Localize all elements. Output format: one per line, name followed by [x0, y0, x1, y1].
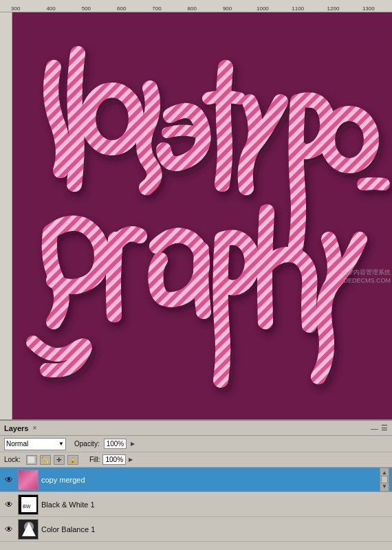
ruler-marks: 300 400 500 600 700 800 900 1000 1100 12… [0, 0, 392, 12]
watermark-line2: DEDECMS.COM [341, 276, 391, 285]
layers-close-button[interactable]: × [32, 424, 36, 432]
fill-arrow-icon[interactable]: ▶ [129, 456, 133, 463]
layer-thumbnail [18, 470, 39, 490]
layer-name-black-white: Black & White 1 [41, 500, 389, 509]
lock-all-icon: 🔒 [69, 456, 76, 463]
ruler-mark: 1000 [257, 6, 269, 12]
ruler-mark: 1300 [362, 6, 375, 12]
blend-mode-value: Normal [6, 440, 28, 448]
ruler-mark: 700 [152, 6, 161, 12]
scroll-thumb[interactable] [381, 476, 388, 483]
cb-thumb-svg [19, 519, 38, 540]
layers-title-right: — ☰ [371, 424, 388, 432]
layers-lock-row: Lock: ⬜ ✏️ ✛ 🔒 Fill: 100% ▶ [0, 452, 392, 468]
artwork-svg [12, 12, 392, 419]
bw-thumb-svg: BW [19, 494, 38, 515]
opacity-label: Opacity: [74, 440, 100, 448]
layer-thumbnail: BW [18, 494, 39, 515]
lock-position-icon: ✛ [56, 456, 62, 463]
layers-panel: Layers × — ☰ Normal ▼ Opacity: 100% ▶ Lo… [0, 419, 392, 550]
lock-pixels-button[interactable]: ✏️ [40, 455, 51, 465]
ruler-top: 300 400 500 600 700 800 900 1000 1100 12… [0, 0, 392, 12]
lock-pixels-icon: ✏️ [41, 456, 49, 463]
ruler-mark: 1200 [327, 6, 340, 12]
ruler-mark: 1100 [292, 6, 304, 12]
layers-titlebar: Layers × — ☰ [0, 421, 392, 436]
layer-name-color-balance: Color Balance 1 [41, 525, 389, 534]
ruler-mark: 600 [117, 6, 126, 12]
fill-label: Fill: [89, 456, 100, 463]
layers-menu-button[interactable]: ☰ [381, 424, 388, 432]
opacity-arrow-icon[interactable]: ▶ [131, 441, 135, 447]
layers-panel-title: Layers [4, 424, 28, 432]
ruler-mark: 400 [46, 6, 55, 12]
scroll-up-arrow-icon[interactable]: ▲ [382, 470, 387, 476]
layer-thumbnail [18, 519, 39, 540]
fill-input[interactable]: 100% [102, 454, 126, 465]
layer-visibility-icon[interactable]: 👁 [3, 523, 15, 536]
opacity-input[interactable]: 100% [104, 439, 127, 449]
layer-item-color-balance[interactable]: 👁 Color Balance 1 [0, 517, 392, 542]
svg-rect-10 [24, 522, 34, 531]
ruler-mark: 300 [11, 6, 20, 12]
lock-transparent-button[interactable]: ⬜ [26, 455, 37, 465]
scroll-down-arrow-icon[interactable]: ▼ [382, 483, 387, 490]
ruler-mark: 900 [223, 6, 232, 12]
ruler-left [0, 12, 12, 419]
layers-list: 👁 copy merged ▲ ▼ 👁 BW Black & White 1 [0, 468, 392, 550]
layers-minimize-button[interactable]: — [371, 424, 378, 432]
lock-label: Lock: [4, 456, 21, 463]
watermark: 供梦内容管理系统 DEDECMS.COM [341, 268, 391, 285]
lock-all-button[interactable]: 🔒 [67, 455, 78, 465]
layers-title-left: Layers × [4, 424, 36, 432]
layer-item-black-white[interactable]: 👁 BW Black & White 1 [0, 492, 392, 517]
layer-visibility-icon[interactable]: 👁 [3, 474, 15, 486]
canvas-area: 300 400 500 600 700 800 900 1000 1100 12… [0, 0, 392, 419]
blend-mode-dropdown[interactable]: Normal ▼ [4, 438, 66, 450]
ruler-mark: 500 [82, 6, 91, 12]
layer-visibility-icon[interactable]: 👁 [3, 498, 15, 511]
layer-item-copy-merged[interactable]: 👁 copy merged ▲ ▼ [0, 468, 392, 492]
layer-name-copy-merged: copy merged [41, 476, 377, 484]
layers-scrollbar[interactable]: ▲ ▼ [380, 468, 389, 492]
blend-mode-arrow-icon: ▼ [58, 441, 64, 447]
layers-controls-row: Normal ▼ Opacity: 100% ▶ [0, 436, 392, 452]
ruler-mark: 800 [188, 6, 197, 12]
watermark-line1: 供梦内容管理系统 [341, 268, 391, 277]
artwork-canvas [12, 12, 392, 419]
lock-transparent-icon: ⬜ [28, 456, 35, 463]
svg-text:BW: BW [23, 504, 31, 509]
lock-position-button[interactable]: ✛ [54, 455, 65, 465]
